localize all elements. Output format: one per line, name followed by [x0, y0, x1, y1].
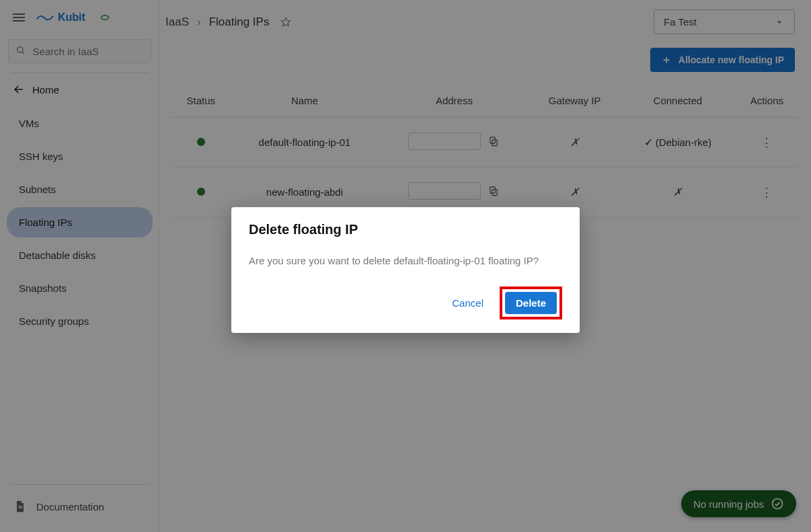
delete-confirm-dialog: Delete floating IP Are you sure you want…	[231, 207, 580, 333]
delete-button[interactable]: Delete	[505, 292, 557, 314]
modal-title: Delete floating IP	[249, 222, 562, 237]
modal-actions: Cancel Delete	[249, 287, 562, 319]
modal-overlay[interactable]: Delete floating IP Are you sure you want…	[0, 0, 811, 532]
modal-message: Are you sure you want to delete default-…	[249, 255, 562, 266]
highlight-box: Delete	[500, 287, 562, 319]
cancel-button[interactable]: Cancel	[445, 292, 490, 314]
